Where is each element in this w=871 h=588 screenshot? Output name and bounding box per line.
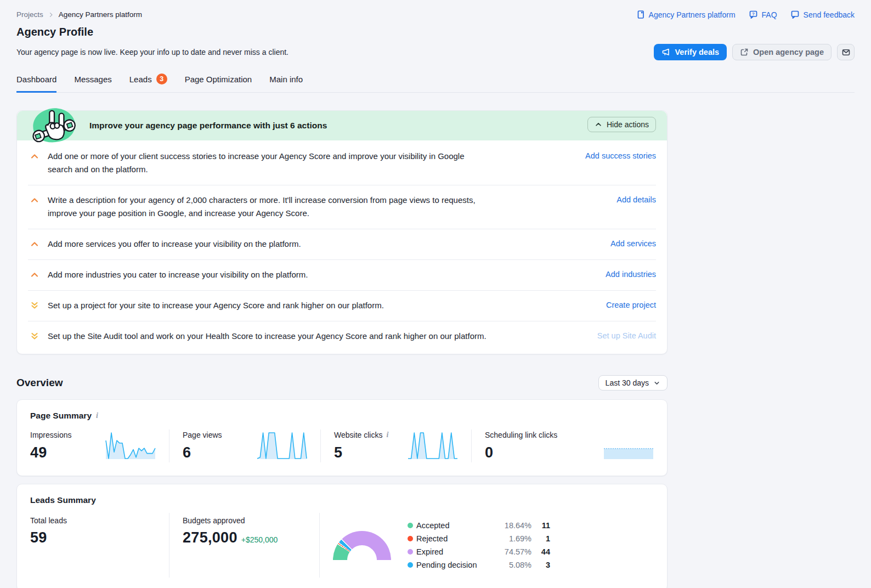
external-link-icon bbox=[740, 48, 749, 56]
leads-summary-card: Leads Summary Total leads 59 Budgets app… bbox=[16, 484, 668, 588]
topbar: Projects Agency Partners platform Agency… bbox=[0, 0, 871, 19]
budgets-approved-value: 275,000 bbox=[183, 529, 237, 546]
leads-count-badge: 3 bbox=[156, 74, 167, 84]
chevron-down-icon bbox=[653, 380, 660, 387]
add-success-stories-link[interactable]: Add success stories bbox=[585, 150, 656, 160]
tab-bar: Dashboard Messages Leads3 Page Optimizat… bbox=[16, 70, 855, 93]
breadcrumb: Projects Agency Partners platform bbox=[16, 10, 142, 19]
action-row: Set up the Site Audit tool and work on y… bbox=[28, 321, 656, 352]
hide-actions-button[interactable]: Hide actions bbox=[587, 117, 656, 132]
rejected-dot bbox=[408, 536, 413, 541]
tab-leads[interactable]: Leads3 bbox=[129, 70, 167, 93]
page-title: Agency Profile bbox=[16, 26, 855, 38]
faq-link[interactable]: ? FAQ bbox=[749, 10, 777, 19]
budgets-approved-block: Budgets approved 275,000 +$250,000 bbox=[169, 513, 319, 578]
megaphone-icon bbox=[661, 48, 670, 56]
legend-row-accepted: Accepted 18.64% 11 bbox=[408, 521, 550, 530]
verify-deals-button[interactable]: Verify deals bbox=[654, 44, 727, 60]
email-notifications-button[interactable] bbox=[837, 44, 855, 60]
open-agency-page-button[interactable]: Open agency page bbox=[732, 44, 832, 60]
tab-messages[interactable]: Messages bbox=[74, 70, 111, 93]
page-summary-card: Page Summary i Impressions 49 Page views… bbox=[16, 399, 668, 476]
metric-scheduling-link-clicks: Scheduling link clicks 0 bbox=[471, 429, 667, 462]
legend-row-expired: Expired 74.57% 44 bbox=[408, 547, 550, 556]
info-icon[interactable]: i bbox=[96, 411, 98, 420]
date-range-select[interactable]: Last 30 days bbox=[598, 375, 668, 391]
expired-dot bbox=[408, 549, 413, 555]
metric-impressions: Impressions 49 bbox=[17, 429, 169, 462]
improve-actions-card: Improve your agency page performance wit… bbox=[16, 110, 668, 354]
add-services-link[interactable]: Add services bbox=[610, 238, 656, 248]
metric-website-clicks: Website clicks i 5 bbox=[320, 429, 471, 462]
leads-donut-chart bbox=[333, 531, 391, 560]
actions-banner: Improve your agency page performance wit… bbox=[17, 111, 667, 140]
info-icon[interactable]: i bbox=[386, 431, 388, 439]
agency-partners-platform-link[interactable]: Agency Partners platform bbox=[636, 10, 736, 19]
page-views-sparkline bbox=[257, 429, 307, 460]
action-row: Add more services you offer to increase … bbox=[28, 229, 656, 259]
priority-chevron-icon bbox=[30, 196, 39, 205]
breadcrumb-projects[interactable]: Projects bbox=[16, 10, 43, 19]
metric-page-views: Page views 6 bbox=[169, 429, 320, 462]
tab-page-optimization[interactable]: Page Optimization bbox=[185, 70, 252, 93]
total-leads-value: 59 bbox=[30, 529, 156, 546]
website-clicks-sparkline bbox=[408, 429, 458, 460]
header-buttons: Verify deals Open agency page bbox=[654, 44, 855, 60]
legend-row-pending-decision: Pending decision 5.08% 3 bbox=[408, 561, 550, 569]
impressions-sparkline bbox=[105, 429, 156, 460]
chevron-up-icon bbox=[595, 121, 602, 128]
action-row: Write a description for your agency of 2… bbox=[28, 185, 656, 229]
feedback-bubble-icon bbox=[790, 10, 800, 19]
hand-wrench-illustration bbox=[28, 108, 81, 143]
budgets-approved-delta: +$250,000 bbox=[241, 535, 278, 544]
add-industries-link[interactable]: Add industries bbox=[606, 268, 656, 279]
create-project-link[interactable]: Create project bbox=[606, 299, 656, 309]
action-row: Add more industries you cater to increas… bbox=[28, 259, 656, 290]
actions-list: Add one or more of your client success s… bbox=[17, 140, 667, 354]
action-row: Set up a project for your site to increa… bbox=[28, 290, 656, 321]
accepted-dot bbox=[408, 523, 413, 528]
set-up-site-audit-link[interactable]: Set up Site Audit bbox=[597, 330, 656, 340]
leads-summary-title: Leads Summary bbox=[30, 495, 96, 505]
action-row: Add one or more of your client success s… bbox=[28, 142, 656, 185]
priority-chevron-icon bbox=[30, 301, 39, 310]
priority-chevron-icon bbox=[30, 240, 39, 248]
header-links: Agency Partners platform ? FAQ Send feed… bbox=[636, 10, 855, 19]
total-leads-block: Total leads 59 bbox=[17, 513, 169, 578]
envelope-icon bbox=[841, 48, 851, 57]
actions-banner-title: Improve your agency page performance wit… bbox=[89, 121, 327, 131]
breadcrumb-current: Agency Partners platform bbox=[59, 10, 142, 19]
scheduling-link-clicks-sparkline bbox=[603, 429, 654, 460]
leads-donut-legend: Accepted 18.64% 11 Rejected 1.69% 1 Expi… bbox=[408, 521, 550, 569]
priority-chevron-icon bbox=[30, 332, 39, 341]
page-subtitle: Your agency page is now live. Keep your … bbox=[16, 48, 289, 56]
tab-dashboard[interactable]: Dashboard bbox=[16, 70, 56, 93]
tab-main-info[interactable]: Main info bbox=[269, 70, 303, 93]
doc-icon bbox=[636, 10, 645, 19]
pending-decision-dot bbox=[408, 562, 413, 568]
send-feedback-link[interactable]: Send feedback bbox=[790, 10, 855, 19]
add-details-link[interactable]: Add details bbox=[617, 194, 656, 204]
page-summary-title: Page Summary bbox=[30, 411, 92, 421]
legend-row-rejected: Rejected 1.69% 1 bbox=[408, 534, 550, 543]
priority-chevron-icon bbox=[30, 152, 39, 161]
faq-bubble-icon: ? bbox=[749, 10, 758, 19]
leads-chart-block: Accepted 18.64% 11 Rejected 1.69% 1 Expi… bbox=[319, 513, 667, 578]
chevron-right-icon bbox=[48, 12, 54, 18]
priority-chevron-icon bbox=[30, 270, 39, 279]
svg-text:?: ? bbox=[752, 12, 755, 16]
overview-title: Overview bbox=[16, 377, 63, 389]
